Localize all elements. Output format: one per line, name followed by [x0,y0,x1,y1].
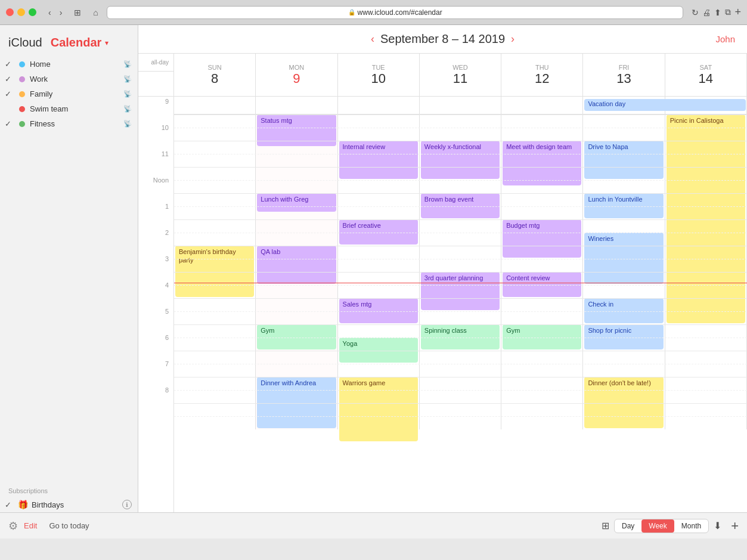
event-meet-with-design-team[interactable]: Meet with design team [503,141,581,185]
sidebar-item-swim[interactable]: Swim team 📡 [0,101,138,116]
calendar-list: ✓ Home 📡 ✓ Work 📡 ✓ Family 📡 Swim team 📡… [0,54,138,482]
cal-dot-swim [19,106,25,112]
minimize-button[interactable] [17,8,25,16]
calendar-title: September 8 – 14 2019 [380,32,505,46]
dropdown-arrow-icon[interactable]: ▾ [105,39,109,47]
week-view: all-day 91011Noon12345678 Sun 8 Mon 9 Tu… [138,54,747,512]
day-header-wed[interactable]: Wed 11 [420,54,501,96]
reload-button[interactable]: ↻ [692,6,699,18]
event-gym[interactable]: Gym [503,324,581,349]
event-wineries[interactable]: Wineries [584,233,663,284]
sidebar-item-fitness[interactable]: ✓ Fitness 📡 [0,116,138,131]
event-drive-to-napa[interactable]: Drive to Napa [584,141,663,179]
download-button[interactable]: ⬇ [714,520,721,531]
event-picnic-in-calistoga[interactable]: Picnic in Calistoga [667,115,745,323]
event-shop-for-picnic[interactable]: Shop for picnic [584,324,663,349]
goto-today-button[interactable]: Go to today [43,519,95,533]
event-status-mtg[interactable]: Status mtg [257,115,336,146]
day-column-thu[interactable]: Meet with design teamBudget mtgContent r… [501,115,583,429]
day-header-thu[interactable]: Thu 12 [501,54,583,96]
event-lunch-with-greg[interactable]: Lunch with Greg [257,193,336,212]
time-slot-0: 9 [138,97,173,123]
day-column-mon[interactable]: Status mtgLunch with GregQA labGymDinner… [256,115,337,429]
calendar-label: Calendar [51,36,102,49]
cal-share-icon-home: 📡 [123,60,132,68]
day-num-fri: 13 [616,71,631,86]
event-3rd-quarter-planning[interactable]: 3rd quarter planning [421,272,500,310]
user-name[interactable]: John [715,34,735,44]
all-day-cell-5[interactable]: Vacation day [583,97,665,114]
event-qa-lab[interactable]: QA lab [257,246,336,284]
edit-button[interactable]: Edit [24,521,37,530]
time-gutter: all-day 91011Noon12345678 [138,54,174,512]
all-day-cell-1[interactable] [256,97,337,114]
day-column-fri[interactable]: Drive to NapaLunch in YountvilleWineries… [583,115,665,429]
tab-view-button[interactable]: ⊞ [70,7,85,18]
duplicate-button[interactable]: ⧉ [725,6,731,18]
sidebar-item-work[interactable]: ✓ Work 📡 [0,72,138,86]
all-day-row: Vacation day [174,97,747,115]
event-gym[interactable]: Gym [257,324,336,349]
time-label-3: Noon [153,177,169,184]
cal-name-fitness: Fitness [30,119,123,128]
cal-name-birthdays: Birthdays [32,500,122,509]
print-button[interactable]: 🖨 [702,6,711,18]
all-day-cell-4[interactable] [501,97,583,114]
event-warriors-game[interactable]: Warriors game [339,377,418,441]
settings-button[interactable]: ⚙ [8,519,18,533]
event-brief-creative[interactable]: Brief creative [339,219,418,245]
next-week-button[interactable]: › [505,33,520,45]
day-column-sun[interactable]: Benjamin's birthday party [174,115,256,429]
all-day-cell-6[interactable] [665,97,747,114]
event-internal-review[interactable]: Internal review [339,141,418,179]
sidebar-item-home[interactable]: ✓ Home 📡 [0,57,138,72]
event-sales-mtg[interactable]: Sales mtg [339,298,418,323]
week-view-button[interactable]: Week [641,519,674,533]
event-budget-mtg[interactable]: Budget mtg [503,219,581,258]
share-button[interactable]: ⬆ [714,6,721,18]
url-bar[interactable]: 🔒 www.icloud.com/#calendar [107,6,684,19]
sidebar-item-family[interactable]: ✓ Family 📡 [0,86,138,101]
day-header-tue[interactable]: Tue 10 [338,54,420,96]
calendar-grid-icon[interactable]: ⊞ [602,520,609,531]
time-label-2: 11 [162,150,169,157]
event-lunch-in-yountville[interactable]: Lunch in Yountville [584,193,663,218]
home-button[interactable]: ⌂ [89,7,101,18]
day-column-tue[interactable]: Internal reviewBrief creativeSales mtgYo… [338,115,420,429]
add-event-button[interactable]: + [731,518,739,534]
day-header-mon[interactable]: Mon 9 [256,54,337,96]
day-header-sat[interactable]: Sat 14 [665,54,747,96]
day-column-wed[interactable]: Weekly x-functionalBrown bag event3rd qu… [420,115,501,429]
sidebar-header: iCloud Calendar ▾ [0,30,138,54]
close-button[interactable] [6,8,14,16]
day-num-thu: 12 [535,71,549,86]
event-dinner-with-andrea[interactable]: Dinner with Andrea [257,377,336,428]
month-view-button[interactable]: Month [674,519,708,533]
time-label-4: 1 [165,203,169,210]
add-tab-button[interactable]: + [734,6,741,18]
all-day-cell-3[interactable] [420,97,501,114]
back-button[interactable]: ‹ [45,7,55,18]
all-day-cell-2[interactable] [338,97,420,114]
sidebar-item-birthdays[interactable]: ✓ 🎁 Birthdays ℹ [0,497,138,512]
day-column-sat[interactable]: Picnic in Calistoga [665,115,747,429]
cal-name-home: Home [30,60,123,69]
event-yoga[interactable]: Yoga [339,338,418,363]
day-view-button[interactable]: Day [615,519,641,533]
lock-icon: 🔒 [348,9,355,16]
time-grid-container: 3:25 PM Benjamin's birthday partyStatus … [174,115,747,512]
event-spinning-class[interactable]: Spinning class [421,324,500,349]
info-button-birthdays[interactable]: ℹ [122,500,132,509]
event-dinner-dont-be-late[interactable]: Dinner (don't be late!) [584,377,663,428]
day-header-sun[interactable]: Sun 8 [174,54,256,96]
maximize-button[interactable] [29,8,36,16]
event-brown-bag-event[interactable]: Brown bag event [421,193,500,218]
event-check-in[interactable]: Check in [584,298,663,323]
prev-week-button[interactable]: ‹ [365,33,380,45]
event-weekly-x-functional[interactable]: Weekly x-functional [421,141,500,179]
forward-button[interactable]: › [56,7,66,18]
event-content-review[interactable]: Content review [503,272,581,297]
all-day-cell-0[interactable] [174,97,256,114]
event-benjamins-birthday-party[interactable]: Benjamin's birthday party [175,246,254,297]
day-header-fri[interactable]: Fri 13 [583,54,665,96]
